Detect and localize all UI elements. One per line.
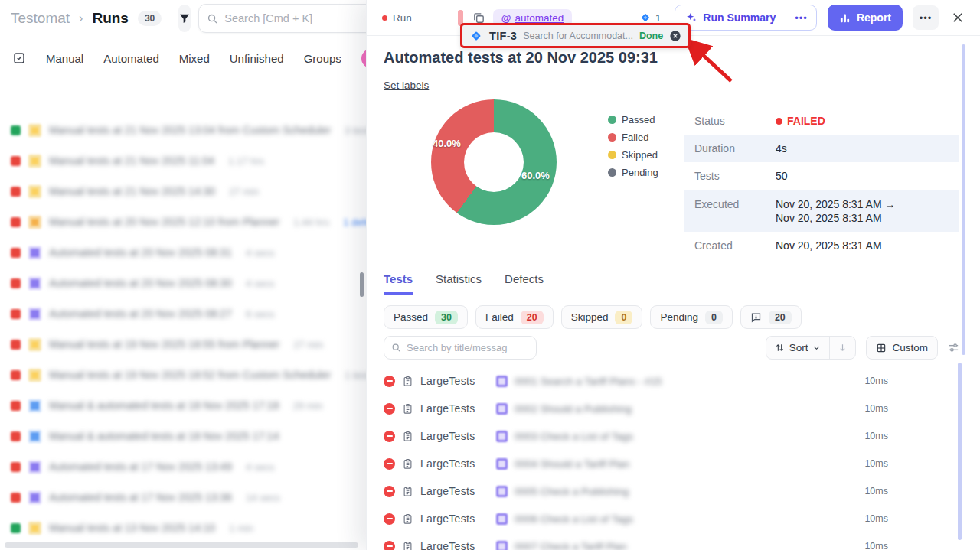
bar-chart-icon xyxy=(839,12,851,24)
run-list-item[interactable]: Manual tests at 21 Nov 2025 11:04 1.17 h… xyxy=(0,145,366,176)
run-list-item[interactable]: Automated tests at 17 Nov 2025 13:49 4 s… xyxy=(0,451,366,482)
detail-tab[interactable]: Defects xyxy=(505,272,544,295)
run-list-item[interactable]: Manual tests at 21 Nov 2025 13:04 from C… xyxy=(0,115,366,145)
chevron-down-icon xyxy=(812,343,821,352)
run-type-icon xyxy=(28,185,41,198)
run-meta: 27 min xyxy=(229,186,259,197)
run-list-item[interactable]: Manual tests at 19 Nov 2025 18:52 from C… xyxy=(0,360,366,390)
tag-icon: @ xyxy=(501,12,511,24)
sort-direction-button[interactable] xyxy=(829,337,855,359)
filter-button[interactable] xyxy=(178,5,191,32)
view-settings-button[interactable] xyxy=(947,341,960,354)
run-title: Automated tests at 20 Nov 2025 08:27 xyxy=(49,308,232,320)
tag-label[interactable]: automated xyxy=(514,12,564,24)
global-search-field[interactable] xyxy=(198,4,366,33)
info-value: FAILED xyxy=(776,114,825,128)
status-filter-pill[interactable]: Pending 0 xyxy=(650,305,733,329)
status-filter-pill[interactable]: Failed 20 xyxy=(475,305,554,329)
run-summary-button[interactable]: Run Summary xyxy=(675,5,786,30)
tests-search-input[interactable] xyxy=(407,342,541,353)
run-title: Automated tests at 20 Nov 2025 08:31 xyxy=(49,246,232,259)
run-title: Manual & automated tests at 18 Nov 2025 … xyxy=(49,430,279,442)
info-row: Created Nov 20, 2025 8:31 AM xyxy=(684,232,959,259)
legend-dot xyxy=(608,168,616,177)
run-list-item[interactable]: Manual tests at 21 Nov 2025 14:30 27 min xyxy=(0,176,366,207)
tests-toolbar: Sort Custom xyxy=(384,336,960,360)
test-row[interactable]: LargeTests 0005 Check a Publishing 10ms xyxy=(384,477,960,505)
copy-button[interactable] xyxy=(472,11,485,24)
run-list-item[interactable]: Manual & automated tests at 18 Nov 2025 … xyxy=(0,390,366,421)
run-type-icon xyxy=(28,399,41,412)
runs-tab[interactable]: Mixed xyxy=(179,52,210,65)
test-duration: 10ms xyxy=(864,541,888,550)
tests-list-scrollbar[interactable] xyxy=(958,363,962,540)
report-button[interactable]: Report xyxy=(828,5,903,31)
copy-icon xyxy=(472,11,485,24)
task-remove-icon[interactable] xyxy=(669,30,681,42)
run-list-item[interactable]: Manual & automated tests at 18 Nov 2025 … xyxy=(0,421,366,451)
test-row[interactable]: LargeTests 0006 Check a List of Tags 10m… xyxy=(384,505,960,532)
runs-tab[interactable]: Groups xyxy=(304,52,341,65)
run-list-item[interactable]: Automated tests at 20 Nov 2025 08:31 4 s… xyxy=(0,237,366,268)
detail-tab[interactable]: Statistics xyxy=(436,272,482,295)
test-id-badge xyxy=(496,376,508,387)
test-row[interactable]: LargeTests 0007 Check a Tariff Plan 10ms xyxy=(384,532,960,550)
run-status-icon xyxy=(11,340,21,350)
run-list-item[interactable]: Automated tests at 20 Nov 2025 08:30 4 s… xyxy=(0,268,366,298)
breadcrumb-app[interactable]: Testomat xyxy=(11,10,70,27)
global-search-input[interactable] xyxy=(224,12,366,24)
tests-search-field[interactable] xyxy=(384,336,537,360)
run-meta: 4 secs xyxy=(246,247,275,259)
legend-dot xyxy=(608,116,616,124)
run-meta: 1 test xyxy=(345,369,366,381)
run-list-item[interactable]: Manual tests at 13 Nov 2025 14:10 1 min xyxy=(0,513,366,543)
test-suite-label: LargeTests xyxy=(420,485,483,497)
run-title: Manual tests at 21 Nov 2025 11:04 xyxy=(49,155,214,167)
detail-tab[interactable]: Tests xyxy=(384,272,413,295)
info-label: Status xyxy=(694,114,776,127)
run-summary-more-button[interactable]: ••• xyxy=(786,5,816,30)
run-list-item[interactable]: Automated tests at 17 Nov 2025 13:36 14 … xyxy=(0,482,366,513)
runs-tab[interactable]: Unfinished xyxy=(230,52,284,65)
test-name: 0003 Check a List of Tags xyxy=(514,431,633,442)
test-row[interactable]: LargeTests 0002 Should a Publishing 10ms xyxy=(384,395,960,422)
runs-tab[interactable]: Manual xyxy=(46,52,83,65)
breadcrumb-page[interactable]: Runs xyxy=(92,10,129,27)
test-row[interactable]: LargeTests 0003 Check a List of Tags 10m… xyxy=(384,422,960,450)
sparkles-icon xyxy=(685,11,697,24)
drawer-close-button[interactable] xyxy=(951,11,965,24)
status-filter-pill[interactable]: Passed 30 xyxy=(384,305,468,329)
runs-list: Manual tests at 21 Nov 2025 13:04 from C… xyxy=(0,115,366,543)
comments-filter-pill[interactable]: 20 xyxy=(740,305,802,329)
set-labels-link[interactable]: Set labels xyxy=(384,80,429,91)
clipboard-icon xyxy=(402,376,413,387)
test-duration: 10ms xyxy=(864,513,888,524)
legend-label: Pending xyxy=(622,167,658,178)
test-row[interactable]: LargeTests 0001 Search a Tariff Plans - … xyxy=(384,367,960,395)
sort-button[interactable]: Sort xyxy=(766,337,830,359)
test-row[interactable]: LargeTests 0004 Should a Tariff Plan 10m… xyxy=(384,450,960,477)
run-list-item[interactable]: Manual tests at 20 Nov 2025 12:10 from P… xyxy=(0,207,366,237)
select-runs-icon[interactable] xyxy=(12,51,26,65)
left-vertical-scrollbar[interactable] xyxy=(360,272,364,297)
drawer-scrollbar[interactable] xyxy=(962,44,965,355)
linked-issues[interactable]: 1 xyxy=(639,11,661,24)
runs-count-badge: 30 xyxy=(138,11,162,26)
test-suite-label: LargeTests xyxy=(420,513,483,525)
run-title: Manual tests at 20 Nov 2025 12:10 from P… xyxy=(49,216,279,228)
run-status-icon xyxy=(11,248,21,258)
test-duration: 10ms xyxy=(864,458,888,469)
funnel-icon xyxy=(178,12,191,24)
test-id-badge xyxy=(496,403,508,415)
runs-tab[interactable]: Automated xyxy=(103,52,159,65)
custom-columns-button[interactable]: Custom xyxy=(866,336,938,360)
run-defect-link[interactable]: 1 defect xyxy=(343,216,366,228)
run-list-item[interactable]: Manual tests at 19 Nov 2025 18:55 from P… xyxy=(0,329,366,360)
linked-task-badge[interactable]: TIF-3 Search for Accommodat... Done xyxy=(460,23,691,48)
left-horizontal-scrollbar[interactable] xyxy=(5,542,358,548)
run-type-icon xyxy=(28,369,41,382)
status-filter-pill[interactable]: Skipped 0 xyxy=(561,305,643,329)
more-options-button[interactable]: ••• xyxy=(913,5,939,30)
run-list-item[interactable]: Automated tests at 20 Nov 2025 08:27 6 s… xyxy=(0,298,366,329)
clipboard-icon xyxy=(402,431,413,442)
